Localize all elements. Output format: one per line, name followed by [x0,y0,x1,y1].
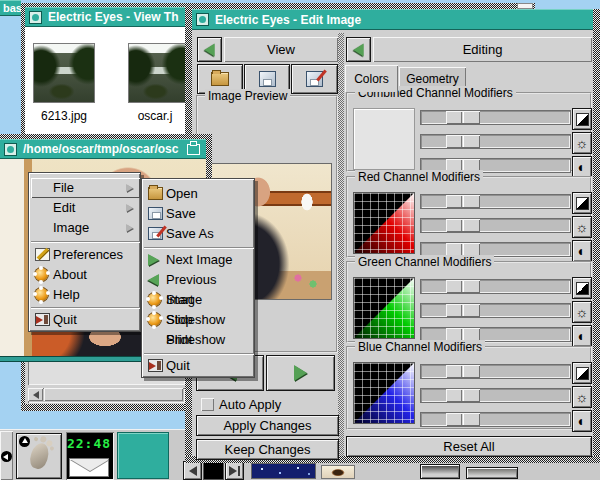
horizontal-scrollbar[interactable] [28,388,185,403]
red-gamma-slider[interactable] [420,194,571,209]
menu-item-quit[interactable]: Quit [144,356,254,376]
combined-brightness-button[interactable]: ☼ [572,132,592,154]
menu-item-next-image[interactable]: Next Image [144,250,254,270]
menu-label: Preferences [53,247,123,262]
save-floppy-icon [259,71,276,87]
scrollbar-left-button[interactable] [28,388,43,401]
menu-item-previous-image[interactable]: Previous Image [144,270,254,290]
menu-item-preferences[interactable]: Preferences [31,245,140,265]
menu-item-start-slideshow[interactable]: Start Slideshow [144,290,254,310]
blue-gamma-button[interactable] [572,362,592,384]
menu-item-save-as[interactable]: Save As [144,224,254,244]
window-menu-icon[interactable] [196,13,209,26]
auto-apply-checkbox[interactable] [201,398,214,411]
window-border[interactable] [593,9,600,463]
pager-left-button[interactable] [183,461,202,480]
window-border[interactable] [21,404,188,411]
menu-item-file[interactable]: File [31,178,140,198]
menu-item-image[interactable]: Image [31,218,140,238]
slider-handle[interactable] [446,304,480,317]
slider-handle[interactable] [446,389,480,402]
pager-current-desk[interactable] [203,461,224,480]
green-curve-display [353,277,415,339]
window-title: Electric Eyes - Edit Image [215,13,361,27]
thumbnail-6213[interactable] [33,43,95,103]
contrast-icon: ◐ [578,414,586,428]
save-as-icon [306,71,323,87]
menu-item-open[interactable]: Open [144,184,254,204]
blue-contrast-button[interactable]: ◐ [572,410,592,432]
red-gamma-button[interactable] [572,192,592,214]
blue-brightness-slider[interactable] [420,388,571,403]
slider-handle[interactable] [446,413,480,426]
pager-desktop-applet[interactable] [117,432,169,479]
eye-applet[interactable] [321,465,355,479]
green-contrast-button[interactable]: ◐ [572,325,592,347]
menu-item-help[interactable]: Help [31,285,140,305]
panel-hide-button[interactable] [0,431,13,480]
titlebar-image-path[interactable]: /home/oscar/tmp/oscar/osc [0,139,206,159]
combined-gamma-button[interactable] [572,108,592,130]
slider-handle[interactable] [446,280,480,293]
menu-item-save[interactable]: Save [144,204,254,224]
save-floppy-icon [148,207,163,220]
editing-panel-header[interactable]: Editing [373,37,592,62]
menu-label: Image [53,220,89,235]
titlebar-edit-image[interactable]: Electric Eyes - Edit Image [192,9,593,30]
menu-separator [144,247,254,249]
green-brightness-slider[interactable] [420,303,571,318]
combined-gamma-slider[interactable] [420,110,571,125]
combined-contrast-button[interactable]: ◐ [572,156,592,178]
editing-panel-title: Editing [463,42,503,57]
combined-brightness-slider[interactable] [420,134,571,149]
red-brightness-slider[interactable] [420,218,571,233]
scrollbar-thumb[interactable] [44,388,183,401]
menu-item-print[interactable]: Print [144,330,254,350]
blue-brightness-button[interactable]: ☼ [572,386,592,408]
pager-right-icon [229,466,237,476]
view-back-button[interactable] [197,37,222,62]
window-menu-icon[interactable] [4,143,17,156]
green-gamma-button[interactable] [572,277,592,299]
menu-separator [31,241,140,243]
titlebar-view-thumbnails[interactable]: Electric Eyes - View Th [25,7,188,27]
menu-item-quit[interactable]: Quit [31,310,140,330]
gnome-main-menu-button[interactable] [16,433,62,479]
slider-handle[interactable] [446,219,480,232]
starfield-applet[interactable] [251,463,316,479]
clock-mail-applet[interactable]: 22:48 [66,432,114,480]
reset-all-button[interactable]: Reset All [346,436,592,457]
tab-colors[interactable]: Colors [345,65,398,92]
red-brightness-button[interactable]: ☼ [572,216,592,238]
apply-changes-button[interactable]: Apply Changes [196,415,339,436]
task-button[interactable] [466,467,518,479]
pager-right-button[interactable] [225,461,244,480]
next-image-button[interactable] [266,355,335,391]
editing-back-button[interactable] [346,37,371,62]
panel-divider [338,33,344,456]
save-as-toolbar-button[interactable] [291,64,338,94]
tab-colors-label: Colors [354,72,389,86]
menu-item-about[interactable]: About [31,265,140,285]
slider-handle[interactable] [446,135,480,148]
thumbnail-oscar[interactable] [128,43,188,103]
slider-handle[interactable] [446,111,480,124]
contrast-icon: ◐ [578,244,586,258]
green-brightness-button[interactable]: ☼ [572,301,592,323]
view-panel-header[interactable]: View [224,37,338,62]
menu-item-stop-slideshow[interactable]: Stop Slideshow [144,310,254,330]
slider-handle[interactable] [446,195,480,208]
red-contrast-button[interactable]: ◐ [572,240,592,262]
gamma-icon [576,197,589,210]
menu-label: Help [53,287,80,302]
blue-gamma-slider[interactable] [420,364,571,379]
background-window-title-fragment[interactable]: bas [0,0,21,16]
slider-handle[interactable] [446,365,480,378]
green-gamma-slider[interactable] [420,279,571,294]
window-menu-icon[interactable] [29,11,42,24]
keep-changes-button[interactable]: Keep Changes [196,439,339,460]
menu-item-edit[interactable]: Edit [31,198,140,218]
blue-contrast-slider[interactable] [420,412,571,427]
task-button[interactable] [420,464,460,479]
iconify-icon[interactable] [187,144,200,155]
